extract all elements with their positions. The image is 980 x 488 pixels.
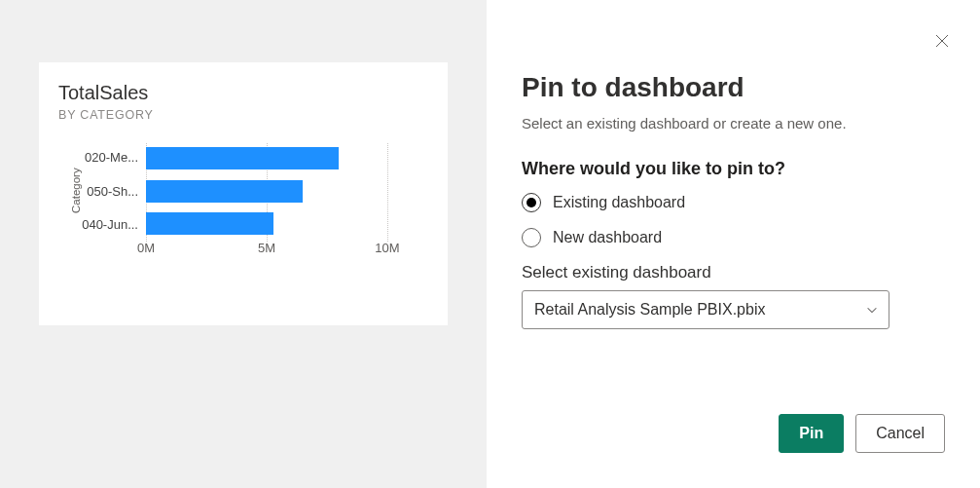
chart-bar: [146, 147, 339, 169]
radio-existing-dashboard[interactable]: Existing dashboard: [522, 193, 945, 212]
radio-label: Existing dashboard: [553, 194, 685, 211]
cancel-button[interactable]: Cancel: [855, 414, 945, 453]
category-label: 050-Sh...: [82, 184, 138, 199]
chart-bar: [146, 212, 273, 235]
chart-body: Category 020-Me... 050-Sh... 040-Jun...: [58, 147, 428, 259]
dialog-description: Select an existing dashboard or create a…: [522, 115, 945, 131]
radio-group-destination: Existing dashboard New dashboard: [522, 193, 945, 247]
chart-title: TotalSales: [58, 82, 428, 104]
chart-card: TotalSales BY CATEGORY Category 020-Me..…: [39, 62, 448, 325]
radio-label: New dashboard: [553, 229, 662, 246]
dialog-footer: Pin Cancel: [779, 414, 945, 453]
close-button[interactable]: [933, 33, 951, 51]
radio-dot-icon: [526, 198, 536, 207]
x-tick: 0M: [137, 241, 155, 255]
chart-bar: [146, 180, 303, 203]
close-icon: [934, 33, 950, 49]
select-label: Select existing dashboard: [522, 263, 945, 282]
chevron-down-icon: [865, 303, 879, 317]
pin-dialog: Pin to dashboard Select an existing dash…: [487, 0, 980, 488]
select-value: Retail Analysis Sample PBIX.pbix: [534, 301, 765, 319]
chart-bars: [146, 147, 387, 235]
dialog-title: Pin to dashboard: [522, 72, 945, 103]
y-axis-title: Category: [68, 147, 82, 235]
category-labels: 020-Me... 050-Sh... 040-Jun...: [82, 147, 138, 235]
chart-subtitle: BY CATEGORY: [58, 108, 428, 122]
x-tick: 10M: [375, 241, 399, 255]
radio-indicator: [522, 193, 541, 212]
x-tick: 5M: [258, 241, 275, 255]
category-label: 040-Jun...: [82, 217, 138, 232]
radio-indicator: [522, 228, 541, 247]
x-axis-ticks: 0M 5M 10M: [146, 235, 387, 254]
pin-button[interactable]: Pin: [779, 414, 844, 453]
radio-new-dashboard[interactable]: New dashboard: [522, 228, 945, 247]
dialog-question: Where would you like to pin to?: [522, 159, 945, 179]
preview-pane: TotalSales BY CATEGORY Category 020-Me..…: [0, 0, 487, 488]
dashboard-select[interactable]: Retail Analysis Sample PBIX.pbix: [522, 290, 889, 329]
plot-area: 0M 5M 10M: [146, 147, 387, 259]
category-label: 020-Me...: [82, 150, 138, 165]
